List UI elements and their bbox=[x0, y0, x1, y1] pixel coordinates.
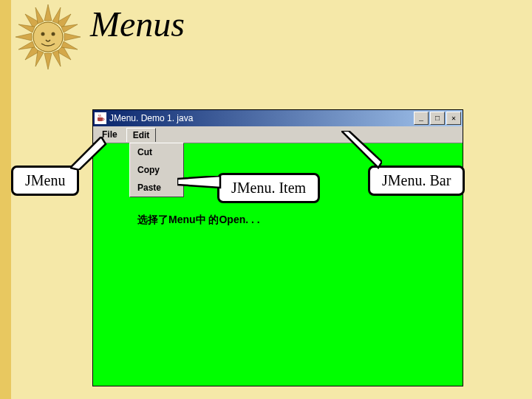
slide-title: Menus bbox=[90, 4, 185, 44]
window-control-buttons: _ □ ✕ bbox=[414, 112, 461, 125]
svg-point-17 bbox=[41, 33, 45, 36]
window-titlebar: JMenu. Demo 1. java _ □ ✕ bbox=[93, 110, 463, 126]
menubar: File Edit bbox=[93, 126, 463, 143]
window-title-text: JMenu. Demo 1. java bbox=[109, 113, 414, 123]
menu-item-copy[interactable]: Copy bbox=[130, 161, 183, 179]
menu-item-cut[interactable]: Cut bbox=[130, 143, 183, 161]
svg-marker-2 bbox=[16, 33, 32, 41]
callout-jmenubar: JMenu. Bar bbox=[368, 166, 465, 196]
menu-edit[interactable]: Edit bbox=[126, 128, 157, 142]
svg-point-18 bbox=[52, 33, 55, 36]
java-coffee-icon bbox=[95, 112, 106, 124]
close-button[interactable]: ✕ bbox=[446, 112, 461, 125]
menu-file[interactable]: File bbox=[96, 128, 123, 141]
callout-jmenu: JMenu bbox=[11, 166, 79, 196]
svg-marker-0 bbox=[44, 4, 52, 21]
callout-jmenuitem: JMenu. Item bbox=[217, 173, 320, 203]
edit-dropdown-menu: Cut Copy Paste bbox=[129, 143, 184, 197]
maximize-button[interactable]: □ bbox=[430, 112, 445, 125]
svg-marker-3 bbox=[64, 33, 81, 41]
status-text: 选择了Menu中 的Open. . . bbox=[137, 214, 260, 227]
svg-point-16 bbox=[33, 22, 63, 52]
minimize-button[interactable]: _ bbox=[414, 112, 429, 125]
menu-item-paste[interactable]: Paste bbox=[130, 179, 183, 197]
sidebar-accent-stripe bbox=[0, 0, 11, 399]
sun-decoration-icon bbox=[15, 4, 81, 70]
java-window: JMenu. Demo 1. java _ □ ✕ File Edit Cut … bbox=[92, 109, 463, 386]
svg-marker-1 bbox=[44, 53, 52, 69]
